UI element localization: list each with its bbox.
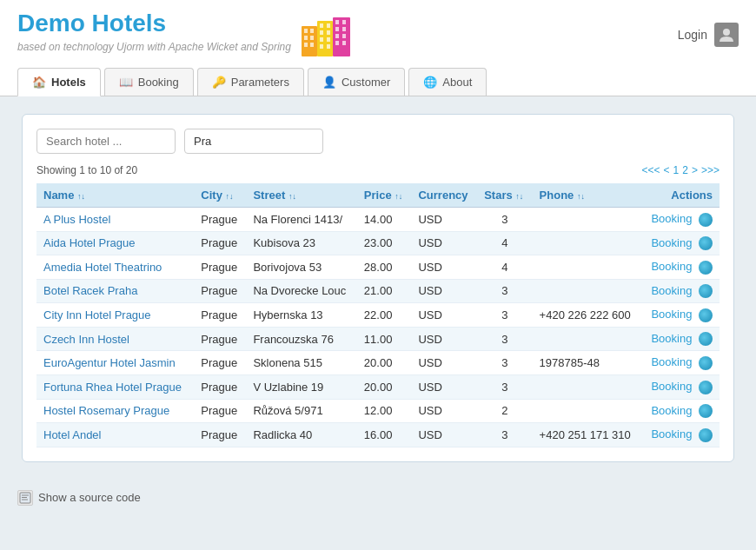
cell-phone xyxy=(533,208,642,232)
cell-stars: 3 xyxy=(477,303,532,328)
login-link[interactable]: Login xyxy=(678,28,707,42)
cell-name: A Plus Hostel xyxy=(36,208,194,232)
col-header-name[interactable]: Name ↑↓ xyxy=(36,183,194,208)
pagination-last[interactable]: >>> xyxy=(701,164,720,176)
cell-city: Prague xyxy=(194,208,246,232)
book-icon: 📖 xyxy=(119,76,133,89)
table-row: EuroAgentur Hotel Jasmin Prague Sklonena… xyxy=(36,351,720,375)
cell-stars: 4 xyxy=(477,231,532,255)
cell-street: Na Dvorecke Louc xyxy=(246,279,356,303)
cell-currency: USD xyxy=(411,279,477,303)
cell-street: Růžová 5/971 xyxy=(246,399,356,423)
svg-rect-23 xyxy=(320,44,323,49)
booking-link[interactable]: Booking xyxy=(651,212,692,225)
cell-city: Prague xyxy=(194,374,246,399)
globe-row-icon[interactable] xyxy=(699,284,713,298)
cell-currency: USD xyxy=(411,303,477,328)
footer: Show a source code xyxy=(0,480,756,516)
cell-stars: 3 xyxy=(477,208,532,232)
tab-booking[interactable]: 📖 Booking xyxy=(104,68,194,96)
svg-rect-4 xyxy=(310,36,314,40)
globe-row-icon[interactable] xyxy=(699,381,713,394)
cell-price: 11.00 xyxy=(357,327,412,351)
pagination-info: Showing 1 to 10 of 20 <<< < 1 2 > >>> xyxy=(36,164,720,176)
cell-street: Hybernska 13 xyxy=(246,303,356,328)
sort-stars-icon: ↑↓ xyxy=(515,192,523,201)
col-header-phone[interactable]: Phone ↑↓ xyxy=(533,183,642,208)
booking-link[interactable]: Booking xyxy=(651,427,692,441)
svg-rect-12 xyxy=(335,34,339,38)
search-value-input[interactable] xyxy=(184,129,323,154)
cell-currency: USD xyxy=(411,231,477,255)
globe-row-icon[interactable] xyxy=(699,308,713,322)
booking-link[interactable]: Booking xyxy=(651,260,692,273)
booking-link[interactable]: Booking xyxy=(651,284,692,297)
cell-price: 21.00 xyxy=(357,279,412,303)
cell-city: Prague xyxy=(194,303,246,328)
cell-currency: USD xyxy=(411,255,477,280)
globe-row-icon[interactable] xyxy=(699,404,713,418)
cell-stars: 3 xyxy=(477,279,532,303)
cell-phone xyxy=(533,231,642,255)
svg-rect-22 xyxy=(327,37,330,42)
cell-currency: USD xyxy=(411,374,477,399)
col-header-city[interactable]: City ↑↓ xyxy=(194,183,246,208)
globe-row-icon[interactable] xyxy=(699,213,713,227)
cell-currency: USD xyxy=(411,208,477,232)
table-row: Hostel Rosemary Prague Prague Růžová 5/9… xyxy=(36,399,720,423)
cell-name: Fortuna Rhea Hotel Prague xyxy=(36,374,194,399)
tab-hotels[interactable]: 🏠 Hotels xyxy=(17,68,101,96)
svg-rect-20 xyxy=(327,30,330,35)
cell-name: Aida Hotel Prague xyxy=(36,231,194,255)
tab-customer[interactable]: 👤 Customer xyxy=(308,68,405,96)
pagination-page1[interactable]: 1 xyxy=(673,164,680,176)
search-input[interactable] xyxy=(36,129,176,154)
booking-link[interactable]: Booking xyxy=(651,308,692,321)
svg-rect-21 xyxy=(320,37,323,42)
globe-row-icon[interactable] xyxy=(699,261,713,275)
table-header-row: Name ↑↓ City ↑↓ Street ↑↓ Price ↑↓ xyxy=(36,183,720,208)
booking-link[interactable]: Booking xyxy=(651,236,692,249)
cell-actions: Booking xyxy=(641,303,720,328)
booking-link[interactable]: Booking xyxy=(651,404,692,417)
booking-link[interactable]: Booking xyxy=(651,332,692,345)
svg-rect-8 xyxy=(335,20,339,24)
cell-actions: Booking xyxy=(641,399,720,423)
pagination-prev[interactable]: < xyxy=(664,164,670,176)
globe-row-icon[interactable] xyxy=(699,428,713,442)
svg-point-25 xyxy=(723,29,730,36)
login-area: Login xyxy=(678,23,739,47)
col-header-price[interactable]: Price ↑↓ xyxy=(357,183,412,208)
table-row: Hotel Andel Prague Radlicka 40 16.00 USD… xyxy=(36,423,720,447)
cell-stars: 3 xyxy=(477,327,532,351)
cell-street: Na Florenci 1413/ xyxy=(246,208,356,232)
cell-stars: 3 xyxy=(477,374,532,399)
booking-link[interactable]: Booking xyxy=(651,380,692,393)
cell-city: Prague xyxy=(194,423,246,447)
svg-rect-14 xyxy=(335,41,339,45)
tab-about[interactable]: 🌐 About xyxy=(408,68,487,96)
source-code-icon xyxy=(17,490,33,506)
pagination-first[interactable]: <<< xyxy=(642,164,660,176)
pagination-page2[interactable]: 2 xyxy=(682,164,688,176)
cell-phone xyxy=(533,327,642,351)
cell-city: Prague xyxy=(194,279,246,303)
globe-row-icon[interactable] xyxy=(699,356,713,370)
content-box: Showing 1 to 10 of 20 <<< < 1 2 > >>> Na… xyxy=(22,114,734,462)
pagination-next[interactable]: > xyxy=(692,164,698,176)
globe-row-icon[interactable] xyxy=(699,332,713,346)
cell-price: 20.00 xyxy=(357,374,412,399)
cell-street: V Uzlabine 19 xyxy=(246,374,356,399)
cell-actions: Booking xyxy=(641,423,720,447)
cell-stars: 4 xyxy=(477,255,532,280)
col-header-street[interactable]: Street ↑↓ xyxy=(246,183,356,208)
cell-phone xyxy=(533,255,642,280)
booking-link[interactable]: Booking xyxy=(651,355,692,368)
tab-parameters[interactable]: 🔑 Parameters xyxy=(197,68,304,96)
svg-rect-0 xyxy=(302,26,317,56)
cell-actions: Booking xyxy=(641,208,720,232)
col-header-stars[interactable]: Stars ↑↓ xyxy=(477,183,532,208)
globe-row-icon[interactable] xyxy=(699,236,713,250)
cell-currency: USD xyxy=(411,423,477,447)
show-source-link[interactable]: Show a source code xyxy=(38,491,141,504)
